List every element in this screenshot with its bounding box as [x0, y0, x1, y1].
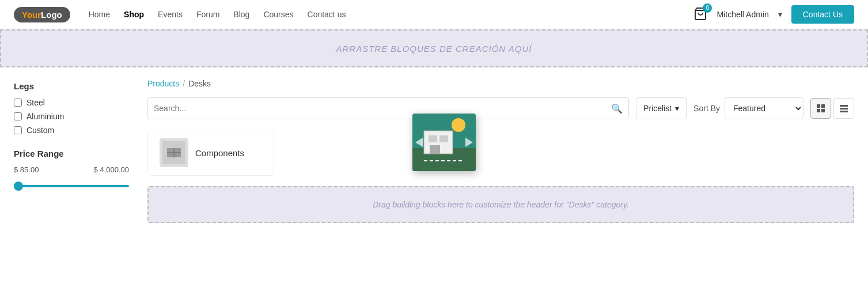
filter-aluminium-checkbox[interactable]	[14, 112, 22, 120]
svg-rect-5	[840, 105, 848, 107]
svg-rect-12	[412, 114, 476, 171]
sort-wrap: Sort By Featured Newest Name A-Z Price L…	[693, 97, 803, 119]
filter-custom-label[interactable]: Custom	[26, 126, 54, 135]
floating-drag-image	[412, 114, 476, 171]
cart-badge: 0	[703, 3, 712, 13]
filter-steel-checkbox[interactable]	[14, 99, 22, 107]
filter-custom[interactable]: Custom	[14, 126, 129, 135]
pricelist-button[interactable]: Pricelist ▾	[636, 97, 687, 119]
price-range-section: Price Range $ 85.00 $ 4,000.00	[14, 149, 129, 191]
cart-icon[interactable]: 0	[693, 7, 707, 22]
list-view-button[interactable]	[833, 98, 854, 119]
price-min: $ 85.00	[14, 165, 39, 174]
grid-icon	[816, 104, 825, 113]
svg-marker-20	[465, 138, 473, 147]
svg-rect-1	[817, 104, 820, 108]
svg-marker-19	[415, 138, 423, 147]
navbar: YourLogo Home Shop Events Forum Blog Cou…	[0, 0, 868, 29]
drag-banner-bottom: Drag building blocks here to customize t…	[147, 186, 854, 223]
svg-rect-16	[429, 135, 437, 142]
sort-by-label: Sort By	[693, 104, 720, 113]
price-values: $ 85.00 $ 4,000.00	[14, 165, 129, 174]
sort-select[interactable]: Featured Newest Name A-Z Price Low-High …	[725, 97, 803, 119]
user-dropdown-icon[interactable]: ▾	[778, 10, 782, 19]
nav-events[interactable]: Events	[158, 10, 183, 19]
filter-custom-checkbox[interactable]	[14, 126, 22, 134]
category-name-components: Components	[195, 148, 244, 158]
breadcrumb-separator: /	[183, 79, 185, 88]
filter-steel-label[interactable]: Steel	[26, 98, 45, 107]
breadcrumb: Products / Desks	[147, 79, 854, 88]
nav-right: 0 Mitchell Admin ▾ Contact Us	[693, 5, 854, 24]
list-icon	[839, 104, 848, 113]
filter-steel[interactable]: Steel	[14, 98, 129, 107]
svg-rect-17	[439, 135, 448, 142]
user-name[interactable]: Mitchell Admin	[717, 10, 768, 19]
contact-button[interactable]: Contact Us	[791, 5, 854, 24]
nav-courses[interactable]: Courses	[263, 10, 293, 19]
breadcrumb-products-link[interactable]: Products	[147, 79, 179, 88]
price-range-slider-wrap	[14, 180, 129, 191]
search-icon: 🔍	[611, 103, 623, 114]
svg-rect-2	[821, 104, 825, 108]
svg-point-13	[452, 118, 465, 132]
nav-links: Home Shop Events Forum Blog Courses Cont…	[89, 10, 694, 19]
nav-home[interactable]: Home	[89, 10, 110, 19]
search-input[interactable]	[154, 104, 611, 113]
svg-rect-6	[840, 108, 848, 109]
price-range-title: Price Range	[14, 149, 129, 158]
main-content: Legs Steel Aluminium Custom Price Range …	[0, 67, 868, 235]
sidebar: Legs Steel Aluminium Custom Price Range …	[14, 79, 129, 223]
price-range-slider-min[interactable]	[14, 185, 129, 187]
breadcrumb-current: Desks	[188, 79, 211, 88]
toolbar: 🔍 Pricelist ▾ Sort By Featured Newest Na…	[147, 97, 854, 119]
logo[interactable]: YourLogo	[14, 7, 70, 22]
category-card-components[interactable]: Components	[147, 130, 274, 176]
svg-rect-14	[412, 148, 476, 171]
legs-filter-title: Legs	[14, 81, 129, 91]
pricelist-label: Pricelist	[643, 104, 672, 113]
search-wrap: 🔍	[147, 97, 629, 119]
svg-rect-18	[430, 145, 440, 154]
svg-rect-15	[424, 131, 453, 154]
drag-banner-bottom-text: Drag building blocks here to customize t…	[373, 200, 629, 209]
drag-banner-top: ARRASTRE BLOQUES DE CREACIÓN AQUÍ	[0, 29, 868, 67]
category-icon-components	[160, 138, 188, 167]
pricelist-dropdown-icon: ▾	[675, 104, 679, 113]
filter-aluminium[interactable]: Aluminium	[14, 112, 129, 121]
svg-rect-3	[817, 109, 820, 112]
nav-contact[interactable]: Contact us	[308, 10, 346, 19]
nav-shop[interactable]: Shop	[124, 10, 144, 19]
price-max: $ 4,000.00	[94, 165, 129, 174]
svg-rect-7	[840, 111, 848, 112]
nav-blog[interactable]: Blog	[233, 10, 249, 19]
view-toggle	[810, 98, 854, 119]
filter-aluminium-label[interactable]: Aluminium	[26, 112, 64, 121]
nav-forum[interactable]: Forum	[196, 10, 219, 19]
svg-rect-4	[821, 109, 825, 112]
products-area: Products / Desks 🔍 Pricelist ▾ Sort By F…	[147, 79, 854, 223]
grid-view-button[interactable]	[810, 98, 831, 119]
